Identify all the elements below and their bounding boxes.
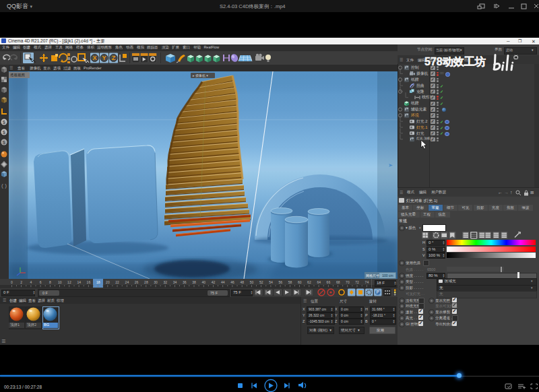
svg-text:(): () [1, 183, 7, 189]
svg-text:Y: Y [102, 55, 106, 61]
svg-text:X: X [92, 55, 96, 61]
svg-text:P: P [377, 290, 379, 294]
svg-text:S: S [3, 120, 6, 125]
svg-text:S: S [3, 140, 6, 145]
svg-text:Z: Z [112, 55, 116, 61]
svg-text:S: S [3, 130, 6, 135]
